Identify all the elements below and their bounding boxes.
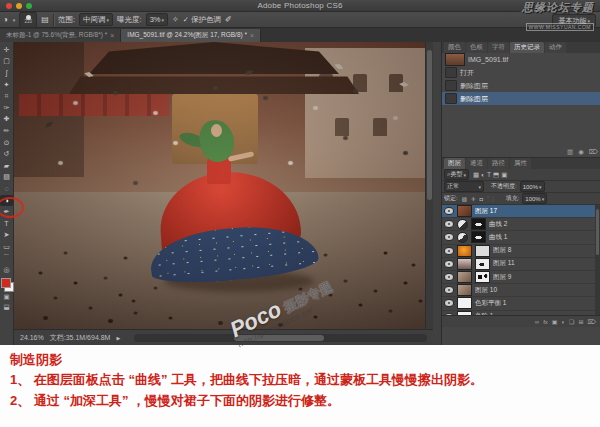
layer-name[interactable]: 图层 11	[493, 259, 515, 268]
layer-mask-thumbnail[interactable]	[475, 245, 490, 257]
layers-scrollbar[interactable]	[595, 205, 600, 315]
close-tab-icon[interactable]: ×	[110, 32, 114, 39]
layers-panel-tab[interactable]: 路径	[488, 158, 509, 169]
layer-name[interactable]: 图层 9	[493, 273, 511, 282]
layer-mask-thumbnail[interactable]	[471, 218, 486, 230]
layer-thumbnail[interactable]	[457, 258, 472, 270]
shape-tool[interactable]: ▭	[0, 241, 13, 253]
layer-row-8[interactable]: 图层 8	[442, 245, 600, 258]
quick-mask-button[interactable]: ▣	[0, 292, 13, 302]
burn-tool-preset-icon[interactable]: ◑	[3, 15, 8, 25]
layer-filter-icon[interactable]: ▦	[473, 171, 479, 179]
layer-filter-icon[interactable]: ⬒	[493, 171, 499, 179]
layer-thumbnail[interactable]	[457, 311, 472, 315]
foreground-color-swatch[interactable]	[1, 278, 11, 288]
burn-tool[interactable]: ◑	[0, 195, 13, 207]
layer-row-curves2[interactable]: 曲线 2	[442, 218, 600, 231]
protect-tones-checkbox[interactable]: ✓ 保护色调	[183, 15, 221, 25]
layers-footer-icon[interactable]: ▣	[552, 318, 558, 325]
range-dropdown[interactable]: 中间调 ▾	[79, 13, 113, 26]
visibility-eye-icon[interactable]	[444, 260, 454, 268]
layers-footer-icon[interactable]: ⊞	[578, 318, 583, 325]
lock-option-icon[interactable]: ⬛	[487, 196, 494, 202]
layer-row-17[interactable]: 图层 17	[442, 205, 600, 218]
layer-thumbnail[interactable]	[457, 205, 472, 217]
brush-panel-toggle-icon[interactable]: ▤	[41, 15, 49, 25]
layer-name[interactable]: 曲线 2	[489, 220, 507, 229]
clone-stamp-tool[interactable]: ⊙	[0, 137, 13, 149]
layer-name[interactable]: 曲线 1	[489, 233, 507, 242]
history-state-row[interactable]: 删除图层	[442, 92, 600, 105]
hand-tool[interactable]: ⌒	[0, 253, 13, 265]
layer-thumbnail[interactable]	[457, 297, 472, 309]
scrollbar-thumb[interactable]	[427, 50, 432, 200]
layers-panel-tab[interactable]: 属性	[510, 158, 531, 169]
layer-thumbnail[interactable]	[457, 232, 468, 243]
lock-option-icon[interactable]: ▨	[462, 196, 467, 202]
layer-name[interactable]: 图层 17	[475, 207, 497, 216]
panel-tab[interactable]: 动作	[545, 42, 566, 53]
quick-select-tool[interactable]: ✦	[0, 79, 13, 91]
visibility-eye-icon[interactable]	[444, 207, 454, 215]
canvas-vertical-scrollbar[interactable]	[425, 42, 433, 329]
layers-footer-icon[interactable]: ❏	[569, 318, 574, 325]
layers-panel-tab[interactable]: 图层	[444, 158, 465, 169]
layer-name[interactable]: 色阶 1	[475, 312, 493, 315]
layer-row-10[interactable]: 图层 10	[442, 284, 600, 297]
layer-mask-thumbnail[interactable]	[475, 258, 490, 270]
gradient-tool[interactable]: ▨	[0, 172, 13, 184]
layer-name[interactable]: 图层 8	[493, 246, 511, 255]
history-footer-icon[interactable]: ▥	[567, 148, 573, 156]
zoom-tool[interactable]: ◎	[0, 264, 13, 276]
layer-row-colorbalance[interactable]: 色彩平衡 1	[442, 297, 600, 310]
healing-brush-tool[interactable]: ✚	[0, 114, 13, 126]
layer-filter-icon[interactable]: ▣	[501, 171, 507, 179]
close-tab-icon[interactable]: ×	[250, 32, 254, 39]
screen-mode-button[interactable]: ⬓	[0, 302, 13, 312]
panel-tab[interactable]: 字符	[488, 42, 509, 53]
brush-preset-picker[interactable]: 210	[19, 12, 37, 28]
document-tab[interactable]: IMG_5091.tif @ 24.2%(图层 17, RGB/8) * ×	[121, 29, 261, 42]
status-menu-arrow-icon[interactable]: ▶	[116, 335, 120, 341]
eyedropper-tool[interactable]: ✑	[0, 102, 13, 114]
history-state-row[interactable]: 删除图层	[442, 79, 600, 92]
layer-filter-icon[interactable]: T	[487, 171, 491, 179]
layer-name[interactable]: 色彩平衡 1	[475, 299, 506, 308]
layer-filter-icon[interactable]: ◐	[481, 171, 485, 179]
filter-type-dropdown[interactable]: ⌕ 类型 ▾	[444, 169, 469, 180]
layer-row-levels[interactable]: 色阶 1	[442, 311, 600, 316]
workspace-switcher-button[interactable]: 基本功能 ▾	[552, 14, 596, 27]
pen-pressure-icon[interactable]: ✐	[225, 15, 232, 25]
layers-footer-icon[interactable]: ⌦	[588, 318, 596, 325]
panel-tab[interactable]: 历史记录	[510, 42, 544, 53]
visibility-eye-icon[interactable]	[444, 313, 454, 315]
brush-tool[interactable]: ✏	[0, 125, 13, 137]
visibility-eye-icon[interactable]	[444, 247, 454, 255]
layer-row-11[interactable]: 图层 11	[442, 258, 600, 271]
history-snapshot-row[interactable]: IMG_5091.tif	[442, 53, 600, 66]
visibility-eye-icon[interactable]	[444, 273, 454, 281]
blur-tool[interactable]: ◌	[0, 183, 13, 195]
history-footer-icon[interactable]: ⌦	[589, 148, 598, 156]
eraser-tool[interactable]: ▰	[0, 160, 13, 172]
move-tool[interactable]: ✛	[0, 44, 13, 56]
document-canvas[interactable]	[14, 42, 433, 329]
layers-panel-tab[interactable]: 通道	[466, 158, 487, 169]
layers-footer-icon[interactable]: fx	[543, 319, 548, 325]
layer-thumbnail[interactable]	[457, 271, 472, 283]
scrollbar-thumb[interactable]	[234, 335, 324, 341]
layer-thumbnail[interactable]	[457, 284, 472, 296]
layer-name[interactable]: 图层 10	[475, 286, 497, 295]
lock-option-icon[interactable]: ✛	[471, 196, 476, 202]
panel-tab[interactable]: 色板	[466, 42, 487, 53]
document-tab[interactable]: 未标题-1 @ 75.6%(背景, RGB/8*) * ×	[0, 29, 121, 42]
marquee-tool[interactable]: ▢	[0, 56, 13, 68]
layer-row-9[interactable]: 图层 9	[442, 271, 600, 284]
panel-tab[interactable]: 颜色	[444, 42, 465, 53]
visibility-eye-icon[interactable]	[444, 220, 454, 228]
path-select-tool[interactable]: ➤	[0, 230, 13, 242]
visibility-eye-icon[interactable]	[444, 233, 454, 241]
visibility-eye-icon[interactable]	[444, 299, 454, 307]
fill-dropdown[interactable]: 100% ▾	[522, 193, 547, 204]
visibility-eye-icon[interactable]	[444, 286, 454, 294]
